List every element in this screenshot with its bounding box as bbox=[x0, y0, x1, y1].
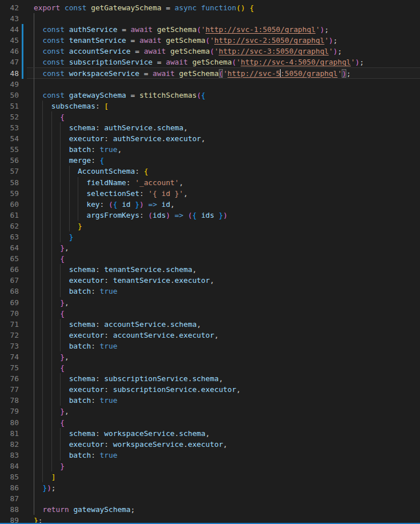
code-editor[interactable]: 42export const getGatewaySchema = async … bbox=[0, 0, 420, 524]
code-line[interactable]: 57 AccountSchema: { bbox=[0, 166, 420, 177]
code-line[interactable]: 78 batch: true bbox=[0, 395, 420, 406]
line-number[interactable]: 73 bbox=[0, 341, 19, 351]
code-line[interactable]: 52 { bbox=[0, 111, 420, 122]
line-number[interactable]: 66 bbox=[0, 264, 19, 275]
line-number[interactable]: 46 bbox=[0, 46, 19, 57]
code-line[interactable]: 67 executor: tenantService.executor, bbox=[0, 275, 420, 286]
code-line[interactable]: 82 executor: workspaceService.executor, bbox=[0, 439, 420, 450]
line-number[interactable]: 47 bbox=[0, 57, 19, 67]
line-number[interactable]: 54 bbox=[0, 133, 19, 144]
line-number[interactable]: 74 bbox=[0, 351, 19, 362]
line-number[interactable]: 42 bbox=[0, 2, 19, 13]
code-line[interactable]: 58 fieldName: '_account', bbox=[0, 177, 420, 188]
line-number[interactable]: 85 bbox=[0, 471, 19, 482]
line-number[interactable]: 84 bbox=[0, 461, 19, 471]
line-number[interactable]: 72 bbox=[0, 330, 19, 341]
line-number[interactable]: 81 bbox=[0, 428, 19, 439]
code-line[interactable]: 55 batch: true, bbox=[0, 144, 420, 155]
code-line[interactable]: 73 batch: true bbox=[0, 341, 420, 351]
line-number[interactable]: 62 bbox=[0, 221, 19, 231]
line-number[interactable]: 70 bbox=[0, 308, 19, 319]
code-line[interactable]: 81 schema: workspaceService.schema, bbox=[0, 428, 420, 439]
code-line[interactable]: 54 executor: authService.executor, bbox=[0, 133, 420, 144]
line-number[interactable]: 61 bbox=[0, 210, 19, 221]
code-line[interactable]: 45 const tenantService = await getSchema… bbox=[0, 35, 420, 46]
line-number[interactable]: 52 bbox=[0, 111, 19, 122]
code-line[interactable]: 64 }, bbox=[0, 242, 420, 253]
line-number[interactable]: 75 bbox=[0, 362, 19, 373]
line-number[interactable]: 77 bbox=[0, 384, 19, 395]
code-line[interactable]: 61 argsFromKeys: (ids) => ({ ids }) bbox=[0, 210, 420, 221]
code-line[interactable]: 50 const gatewaySchema = stitchSchemas({ bbox=[0, 90, 420, 101]
line-number[interactable]: 56 bbox=[0, 155, 19, 166]
modified-gutter-indicator bbox=[22, 68, 23, 79]
code-line[interactable]: 68 batch: true bbox=[0, 286, 420, 297]
code-token bbox=[34, 407, 60, 415]
line-number[interactable]: 51 bbox=[0, 101, 19, 111]
code-line[interactable]: 51 subschemas: [ bbox=[0, 101, 420, 111]
line-number[interactable]: 64 bbox=[0, 242, 19, 253]
code-line[interactable]: 86 }); bbox=[0, 482, 420, 493]
line-number[interactable]: 44 bbox=[0, 24, 19, 35]
code-line[interactable]: 76 schema: subscriptionService.schema, bbox=[0, 373, 420, 384]
line-number[interactable]: 69 bbox=[0, 297, 19, 308]
code-line[interactable]: 71 schema: accountService.schema, bbox=[0, 319, 420, 330]
line-number[interactable]: 67 bbox=[0, 275, 19, 286]
line-number[interactable]: 43 bbox=[0, 13, 19, 24]
line-number[interactable]: 45 bbox=[0, 35, 19, 46]
line-number[interactable]: 50 bbox=[0, 90, 19, 101]
code-line[interactable]: 80 { bbox=[0, 417, 420, 428]
code-line[interactable]: 70 { bbox=[0, 308, 420, 319]
code-line[interactable]: 75 { bbox=[0, 362, 420, 373]
line-number[interactable]: 76 bbox=[0, 373, 19, 384]
code-line[interactable]: 43 bbox=[0, 13, 420, 24]
code-line[interactable]: 74 }, bbox=[0, 351, 420, 362]
line-number[interactable]: 82 bbox=[0, 439, 19, 450]
line-number[interactable]: 48 bbox=[0, 68, 19, 79]
code-line[interactable]: 66 schema: tenantService.schema, bbox=[0, 264, 420, 275]
line-number[interactable]: 65 bbox=[0, 253, 19, 264]
line-number[interactable]: 60 bbox=[0, 199, 19, 210]
line-number[interactable]: 88 bbox=[0, 504, 19, 515]
code-line[interactable]: 65 { bbox=[0, 253, 420, 264]
line-number[interactable]: 79 bbox=[0, 406, 19, 417]
code-line[interactable]: 47 const subscriptionService = await get… bbox=[0, 57, 420, 67]
code-text: batch: true bbox=[34, 341, 117, 351]
code-line[interactable]: 83 batch: true bbox=[0, 450, 420, 461]
code-line[interactable]: 79 }, bbox=[0, 406, 420, 417]
line-number[interactable]: 63 bbox=[0, 231, 19, 242]
code-line[interactable]: 44 const authService = await getSchema('… bbox=[0, 24, 420, 35]
code-line[interactable]: 49 bbox=[0, 79, 420, 90]
code-line[interactable]: 46 const accountService = await getSchem… bbox=[0, 46, 420, 57]
code-line[interactable]: 84 } bbox=[0, 461, 420, 471]
code-token: tenantService bbox=[69, 36, 126, 45]
code-line[interactable]: 63 } bbox=[0, 231, 420, 242]
code-line[interactable]: 42export const getGatewaySchema = async … bbox=[0, 2, 420, 13]
line-number[interactable]: 83 bbox=[0, 450, 19, 461]
code-line[interactable]: 59 selectionSet: '{ id }', bbox=[0, 188, 420, 199]
line-number[interactable]: 86 bbox=[0, 482, 19, 493]
code-line[interactable]: 88 return gatewaySchema; bbox=[0, 504, 420, 515]
line-number[interactable]: 71 bbox=[0, 319, 19, 330]
line-number[interactable]: 58 bbox=[0, 177, 19, 188]
line-number[interactable]: 53 bbox=[0, 122, 19, 133]
code-line[interactable]: 60 key: ({ id }) => id, bbox=[0, 199, 420, 210]
code-line[interactable]: 85 ] bbox=[0, 471, 420, 482]
line-number[interactable]: 57 bbox=[0, 166, 19, 177]
line-number[interactable]: 59 bbox=[0, 188, 19, 199]
line-number[interactable]: 68 bbox=[0, 286, 19, 297]
line-number[interactable]: 78 bbox=[0, 395, 19, 406]
code-line[interactable]: 77 executor: subscriptionService.executo… bbox=[0, 384, 420, 395]
code-line[interactable]: 72 executor: accountService.executor, bbox=[0, 330, 420, 341]
code-line[interactable]: 48 const workspaceService = await getSch… bbox=[0, 68, 420, 79]
line-number[interactable]: 55 bbox=[0, 144, 19, 155]
code-line[interactable]: 69 }, bbox=[0, 297, 420, 308]
code-line[interactable]: 62 } bbox=[0, 221, 420, 231]
line-number[interactable]: 49 bbox=[0, 79, 19, 90]
code-line[interactable]: 87 bbox=[0, 493, 420, 504]
code-line[interactable]: 53 schema: authService.schema, bbox=[0, 122, 420, 133]
code-token: ) bbox=[47, 483, 51, 492]
line-number[interactable]: 80 bbox=[0, 417, 19, 428]
code-line[interactable]: 56 merge: { bbox=[0, 155, 420, 166]
line-number[interactable]: 87 bbox=[0, 493, 19, 504]
